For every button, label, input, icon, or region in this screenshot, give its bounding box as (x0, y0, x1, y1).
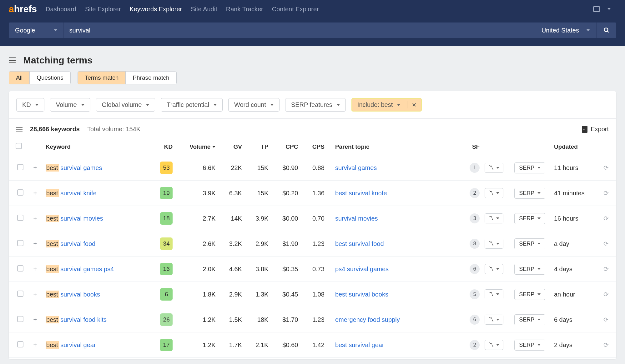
sf-badge[interactable]: 5 (470, 289, 480, 299)
nav-item-content-explorer[interactable]: Content Explorer (272, 6, 319, 13)
parent-topic-link[interactable]: best survival knofe (335, 190, 387, 197)
sf-badge[interactable]: 8 (470, 239, 480, 249)
nav-item-dashboard[interactable]: Dashboard (46, 6, 76, 13)
filter-traffic-potential[interactable]: Traffic potential (161, 98, 223, 112)
expand-row-button[interactable]: + (27, 257, 43, 282)
row-checkbox[interactable] (17, 215, 23, 221)
trend-chart-button[interactable]: 〽 (485, 213, 503, 223)
search-engine-select[interactable]: Google (9, 22, 64, 38)
sf-badge[interactable]: 6 (470, 264, 480, 274)
sf-badge[interactable]: 2 (470, 340, 480, 350)
filter-kd[interactable]: KD (16, 98, 44, 112)
serp-button[interactable]: SERP (514, 264, 545, 275)
nav-item-rank-tracker[interactable]: Rank Tracker (226, 6, 263, 13)
filter-word-count[interactable]: Word count (228, 98, 280, 112)
filter-include-active[interactable]: Include: best✕ (351, 98, 422, 112)
list-options-icon[interactable] (16, 129, 23, 130)
sf-badge[interactable]: 6 (470, 315, 480, 325)
refresh-icon[interactable]: ⟳ (603, 342, 609, 348)
col-updated[interactable]: Updated (552, 138, 601, 155)
sf-badge[interactable]: 2 (470, 188, 480, 198)
row-checkbox[interactable] (17, 265, 23, 272)
close-icon[interactable]: ✕ (407, 101, 421, 108)
expand-row-button[interactable]: + (27, 332, 43, 358)
tab-phrase-match[interactable]: Phrase match (126, 72, 176, 84)
trend-chart-button[interactable]: 〽 (485, 340, 503, 350)
parent-topic-link[interactable]: survival games (335, 164, 377, 171)
keyword-cell[interactable]: best survival food (43, 231, 152, 257)
parent-topic-link[interactable]: best survival food (335, 240, 384, 247)
serp-button[interactable]: SERP (514, 162, 545, 173)
nav-item-site-explorer[interactable]: Site Explorer (85, 6, 121, 13)
tab-questions[interactable]: Questions (30, 72, 70, 84)
refresh-icon[interactable]: ⟳ (603, 215, 609, 222)
keyword-cell[interactable]: best survival gear (43, 332, 152, 358)
filter-volume[interactable]: Volume (50, 98, 90, 112)
expand-row-button[interactable]: + (27, 231, 43, 257)
refresh-icon[interactable]: ⟳ (603, 316, 609, 323)
refresh-icon[interactable]: ⟳ (603, 164, 609, 171)
tab-all[interactable]: All (9, 72, 30, 84)
country-select[interactable]: United States (535, 22, 596, 38)
col-volume[interactable]: Volume (175, 138, 218, 155)
serp-button[interactable]: SERP (514, 314, 545, 325)
serp-button[interactable]: SERP (514, 340, 545, 351)
refresh-icon[interactable]: ⟳ (603, 190, 609, 197)
refresh-icon[interactable]: ⟳ (603, 240, 609, 247)
keyword-cell[interactable]: best survival games (43, 155, 152, 181)
display-icon[interactable] (593, 6, 600, 12)
refresh-icon[interactable]: ⟳ (603, 266, 609, 272)
expand-row-button[interactable]: + (27, 282, 43, 307)
trend-chart-button[interactable]: 〽 (485, 264, 503, 274)
row-checkbox[interactable] (17, 164, 23, 170)
logo[interactable]: ahrefs (9, 4, 37, 14)
col-sf[interactable]: SF (462, 138, 482, 155)
serp-button[interactable]: SERP (514, 188, 545, 199)
col-gv[interactable]: GV (218, 138, 244, 155)
sf-badge[interactable]: 3 (470, 213, 480, 223)
trend-chart-button[interactable]: 〽 (485, 163, 503, 173)
parent-topic-link[interactable]: best survival gear (335, 342, 384, 348)
parent-topic-link[interactable]: emergency food supply (335, 316, 400, 323)
expand-row-button[interactable]: + (27, 155, 43, 181)
refresh-icon[interactable]: ⟳ (603, 291, 609, 298)
account-menu-caret-icon[interactable] (607, 8, 611, 10)
trend-chart-button[interactable]: 〽 (485, 289, 503, 299)
col-keyword[interactable]: Keyword (43, 138, 152, 155)
filter-serp-features[interactable]: SERP features (285, 98, 346, 112)
sf-badge[interactable]: 1 (470, 163, 480, 173)
tab-terms-match[interactable]: Terms match (78, 72, 126, 84)
expand-row-button[interactable]: + (27, 206, 43, 231)
keyword-cell[interactable]: best survival knife (43, 181, 152, 206)
parent-topic-link[interactable]: survival movies (335, 215, 378, 222)
nav-item-site-audit[interactable]: Site Audit (191, 6, 217, 13)
keyword-cell[interactable]: best survival movies (43, 206, 152, 231)
keyword-search-input[interactable] (64, 22, 535, 38)
keyword-cell[interactable]: best survival food kits (43, 307, 152, 332)
row-checkbox[interactable] (17, 240, 23, 246)
serp-button[interactable]: SERP (514, 238, 545, 249)
col-cpc[interactable]: CPC (271, 138, 300, 155)
row-checkbox[interactable] (17, 316, 23, 322)
col-kd[interactable]: KD (152, 138, 175, 155)
parent-topic-link[interactable]: ps4 survival games (335, 266, 389, 272)
col-parent[interactable]: Parent topic (327, 138, 462, 155)
sidebar-toggle-icon[interactable] (9, 60, 16, 61)
trend-chart-button[interactable]: 〽 (485, 239, 503, 249)
parent-topic-link[interactable]: best survival books (335, 291, 388, 298)
row-checkbox[interactable] (17, 291, 23, 297)
export-button[interactable]: Export (582, 126, 609, 133)
serp-button[interactable]: SERP (514, 289, 545, 300)
row-checkbox[interactable] (17, 189, 23, 196)
select-all-checkbox[interactable] (16, 143, 22, 149)
trend-chart-button[interactable]: 〽 (485, 188, 503, 198)
expand-row-button[interactable]: + (27, 181, 43, 206)
filter-global-volume[interactable]: Global volume (96, 98, 155, 112)
keyword-cell[interactable]: best survival books (43, 282, 152, 307)
keyword-cell[interactable]: best survival games ps4 (43, 257, 152, 282)
trend-chart-button[interactable]: 〽 (485, 315, 503, 325)
col-tp[interactable]: TP (244, 138, 271, 155)
expand-row-button[interactable]: + (27, 307, 43, 332)
search-button[interactable] (596, 22, 616, 38)
col-cps[interactable]: CPS (300, 138, 327, 155)
